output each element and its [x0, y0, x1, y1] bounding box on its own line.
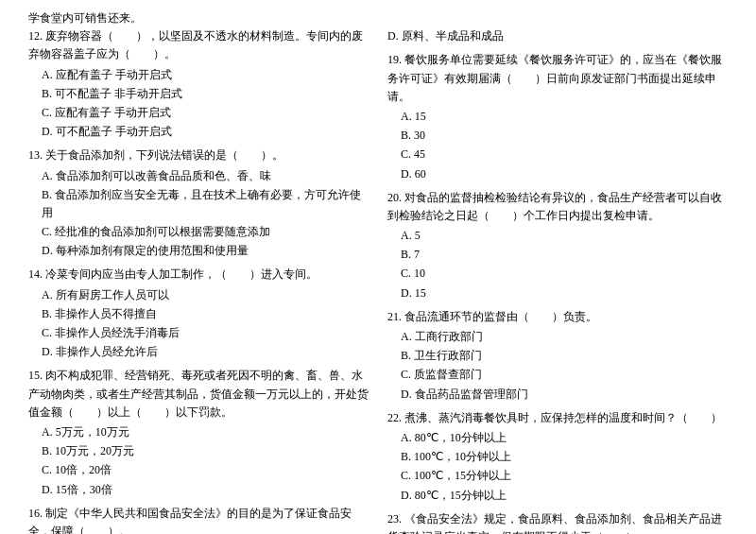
right-options-3: A. 5B. 7C. 10D. 15	[387, 227, 728, 302]
left-question-4: 15. 肉不构成犯罪、经营销死、毒死或者死因不明的禽、畜、兽、水产动物肉类，或者…	[28, 367, 369, 498]
right-option-3-2: B. 7	[401, 246, 728, 264]
left-option-3-1: A. 所有厨房工作人员可以	[42, 286, 369, 304]
left-option-2-3: C. 经批准的食品添加剂可以根据需要随意添加	[42, 223, 369, 241]
left-option-3-4: D. 非操作人员经允许后	[42, 343, 369, 361]
intro-line: 学食堂内可销售还来。	[28, 9, 728, 27]
right-option-2-2: B. 30	[401, 127, 728, 145]
right-option-3-1: A. 5	[401, 227, 728, 245]
right-question-text-5: 22. 煮沸、蒸汽消毒餐饮具时，应保持怎样的温度和时间？（ ）	[387, 409, 728, 427]
left-options-3: A. 所有厨房工作人员可以B. 非操作人员不得擅自C. 非操作人员经洗手消毒后D…	[28, 286, 369, 362]
left-option-4-3: C. 10倍，20倍	[42, 461, 369, 479]
left-question-text-1: 12. 废弃物容器（ ），以坚固及不透水的材料制造。专间内的废弃物容器盖子应为（…	[28, 27, 369, 63]
left-option-4-2: B. 10万元，20万元	[42, 442, 369, 460]
left-option-3-3: C. 非操作人员经洗手消毒后	[42, 324, 369, 342]
right-option-4-1: A. 工商行政部门	[401, 328, 728, 346]
left-question-5: 16. 制定《中华人民共和国食品安全法》的目的是为了保证食品安全，保障（ ）。A…	[28, 505, 369, 534]
left-option-2-1: A. 食品添加剂可以改善食品品质和色、香、味	[42, 167, 369, 185]
right-option-2-3: C. 45	[401, 146, 728, 164]
left-option-2-2: B. 食品添加剂应当安全无毒，且在技术上确有必要，方可允许使用	[42, 186, 369, 222]
right-question-3: 20. 对食品的监督抽检检验结论有异议的，食品生产经营者可以自收到检验结论之日起…	[387, 189, 728, 302]
right-question-5: 22. 煮沸、蒸汽消毒餐饮具时，应保持怎样的温度和时间？（ ）A. 80℃，10…	[387, 409, 728, 505]
right-options-5: A. 80℃，10分钟以上B. 100℃，10分钟以上C. 100℃，15分钟以…	[387, 429, 728, 505]
page-content: 学食堂内可销售还来。 12. 废弃物容器（ ），以坚固及不透水的材料制造。专间内…	[28, 9, 728, 534]
left-question-text-3: 14. 冷菜专间内应当由专人加工制作，（ ）进入专间。	[28, 266, 369, 284]
right-option-4-3: C. 质监督查部门	[401, 366, 728, 384]
right-option-5-1: A. 80℃，10分钟以上	[401, 429, 728, 447]
left-option-1-4: D. 可不配盖子 手动开启式	[42, 123, 369, 141]
right-column: D. 原料、半成品和成品19. 餐饮服务单位需要延续《餐饮服务许可证》的，应当在…	[387, 27, 728, 534]
left-options-4: A. 5万元，10万元B. 10万元，20万元C. 10倍，20倍D. 15倍，…	[28, 423, 369, 499]
left-question-text-4: 15. 肉不构成犯罪、经营销死、毒死或者死因不明的禽、畜、兽、水产动物肉类，或者…	[28, 367, 369, 422]
right-option-5-3: C. 100℃，15分钟以上	[401, 467, 728, 485]
right-option-5-2: B. 100℃，10分钟以上	[401, 448, 728, 466]
left-question-2: 13. 关于食品添加剂，下列说法错误的是（ ）。A. 食品添加剂可以改善食品品质…	[28, 146, 369, 260]
left-column: 12. 废弃物容器（ ），以坚固及不透水的材料制造。专间内的废弃物容器盖子应为（…	[28, 27, 369, 534]
right-question-text-2: 19. 餐饮服务单位需要延续《餐饮服务许可证》的，应当在《餐饮服务许可证》有效期…	[387, 51, 728, 106]
left-option-1-2: B. 可不配盖子 非手动开启式	[42, 85, 369, 103]
right-question-2: 19. 餐饮服务单位需要延续《餐饮服务许可证》的，应当在《餐饮服务许可证》有效期…	[387, 51, 728, 182]
right-question-text-1: D. 原料、半成品和成品	[387, 27, 728, 45]
left-question-text-2: 13. 关于食品添加剂，下列说法错误的是（ ）。	[28, 146, 369, 164]
left-question-1: 12. 废弃物容器（ ），以坚固及不透水的材料制造。专间内的废弃物容器盖子应为（…	[28, 27, 369, 141]
left-option-4-4: D. 15倍，30倍	[42, 481, 369, 499]
right-option-2-4: D. 60	[401, 165, 728, 183]
left-options-2: A. 食品添加剂可以改善食品品质和色、香、味B. 食品添加剂应当安全无毒，且在技…	[28, 167, 369, 261]
right-option-3-4: D. 15	[401, 284, 728, 302]
right-question-6: 23. 《食品安全法》规定，食品原料、食品添加剂、食品相关产品进货查验记录应当真…	[387, 510, 728, 534]
left-option-2-4: D. 每种添加剂有限定的使用范围和使用量	[42, 242, 369, 260]
left-question-text-5: 16. 制定《中华人民共和国食品安全法》的目的是为了保证食品安全，保障（ ）。	[28, 505, 369, 534]
right-option-4-2: B. 卫生行政部门	[401, 347, 728, 365]
left-question-3: 14. 冷菜专间内应当由专人加工制作，（ ）进入专间。A. 所有厨房工作人员可以…	[28, 266, 369, 361]
left-option-1-3: C. 应配有盖子 手动开启式	[42, 104, 369, 122]
left-options-1: A. 应配有盖子 手动开启式B. 可不配盖子 非手动开启式C. 应配有盖子 手动…	[28, 66, 369, 142]
left-option-3-2: B. 非操作人员不得擅自	[42, 305, 369, 323]
left-option-1-1: A. 应配有盖子 手动开启式	[42, 66, 369, 84]
right-option-3-3: C. 10	[401, 265, 728, 283]
right-question-text-6: 23. 《食品安全法》规定，食品原料、食品添加剂、食品相关产品进货查验记录应当真…	[387, 510, 728, 534]
two-column-layout: 12. 废弃物容器（ ），以坚固及不透水的材料制造。专间内的废弃物容器盖子应为（…	[28, 27, 728, 534]
left-option-4-1: A. 5万元，10万元	[42, 423, 369, 441]
right-option-2-1: A. 15	[401, 108, 728, 126]
right-question-1: D. 原料、半成品和成品	[387, 27, 728, 45]
right-question-text-3: 20. 对食品的监督抽检检验结论有异议的，食品生产经营者可以自收到检验结论之日起…	[387, 189, 728, 225]
right-question-4: 21. 食品流通环节的监督由（ ）负责。A. 工商行政部门B. 卫生行政部门C.…	[387, 308, 728, 404]
right-options-4: A. 工商行政部门B. 卫生行政部门C. 质监督查部门D. 食品药品监督管理部门	[387, 328, 728, 404]
right-option-4-4: D. 食品药品监督管理部门	[401, 386, 728, 404]
right-question-text-4: 21. 食品流通环节的监督由（ ）负责。	[387, 308, 728, 326]
right-options-2: A. 15B. 30C. 45D. 60	[387, 108, 728, 183]
right-option-5-4: D. 80℃，15分钟以上	[401, 487, 728, 505]
